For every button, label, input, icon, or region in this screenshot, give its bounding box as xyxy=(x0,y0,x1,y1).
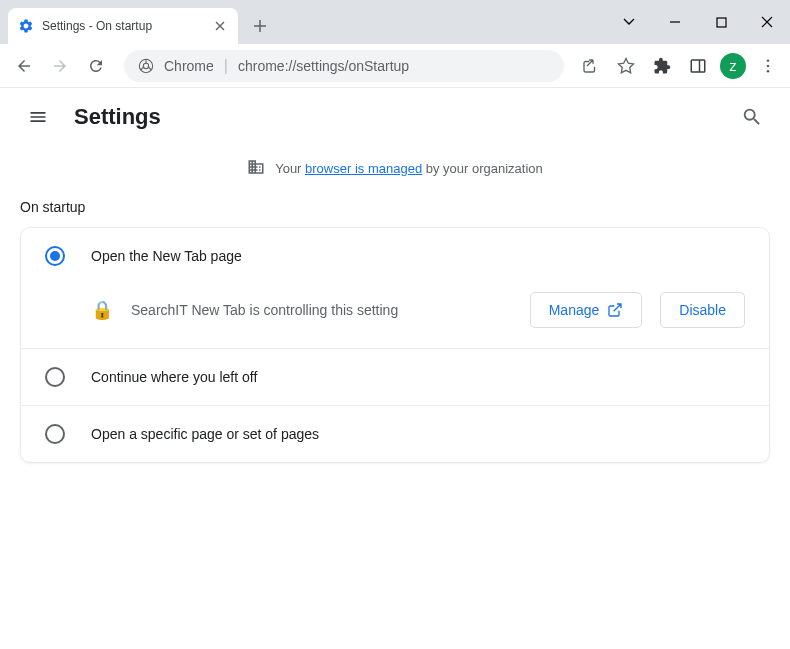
svg-point-4 xyxy=(767,59,770,62)
svg-point-6 xyxy=(767,69,770,72)
titlebar: Settings - On startup xyxy=(0,0,790,44)
omnibox-url-path: settings/onStartup xyxy=(296,58,409,74)
option-label: Open the New Tab page xyxy=(91,248,242,264)
omnibox-prefix: Chrome xyxy=(164,58,214,74)
back-button[interactable] xyxy=(8,50,40,82)
managed-banner: Your browser is managed by your organiza… xyxy=(20,146,770,197)
kebab-menu-icon[interactable] xyxy=(754,52,782,80)
reload-button[interactable] xyxy=(80,50,112,82)
page-title: Settings xyxy=(74,104,161,130)
extensions-puzzle-icon[interactable] xyxy=(648,52,676,80)
radio-selected-icon[interactable] xyxy=(45,246,65,266)
omnibox-url-host: chrome:// xyxy=(238,58,296,74)
radio-unselected-icon[interactable] xyxy=(45,367,65,387)
disable-button[interactable]: Disable xyxy=(660,292,745,328)
bookmark-star-icon[interactable] xyxy=(612,52,640,80)
window-maximize-icon[interactable] xyxy=(698,0,744,44)
option-specific-pages[interactable]: Open a specific page or set of pages xyxy=(21,406,769,462)
option-label: Open a specific page or set of pages xyxy=(91,426,319,442)
omnibox-separator: | xyxy=(224,57,228,75)
building-icon xyxy=(247,158,265,179)
svg-rect-3 xyxy=(691,60,705,72)
svg-point-5 xyxy=(767,64,770,67)
lock-icon: 🔒 xyxy=(91,299,113,321)
window-close-icon[interactable] xyxy=(744,0,790,44)
controlled-text: SearchIT New Tab is controlling this set… xyxy=(131,302,512,318)
controlled-by-extension-row: 🔒 SearchIT New Tab is controlling this s… xyxy=(21,284,769,348)
window-dropdown-icon[interactable] xyxy=(606,0,652,44)
startup-options-card: Open the New Tab page 🔒 SearchIT New Tab… xyxy=(20,227,770,463)
browser-tab[interactable]: Settings - On startup xyxy=(8,8,238,44)
managed-pre: Your xyxy=(275,161,305,176)
sidepanel-icon[interactable] xyxy=(684,52,712,80)
window-controls xyxy=(606,0,790,44)
tab-close-icon[interactable] xyxy=(212,18,228,34)
managed-link[interactable]: browser is managed xyxy=(305,161,422,176)
search-icon[interactable] xyxy=(734,99,770,135)
option-continue[interactable]: Continue where you left off xyxy=(21,349,769,405)
open-external-icon xyxy=(607,302,623,318)
svg-rect-0 xyxy=(717,18,726,27)
settings-header: Settings xyxy=(0,88,790,146)
section-title: On startup xyxy=(20,199,770,215)
managed-post: by your organization xyxy=(422,161,543,176)
browser-toolbar: Chrome | chrome://settings/onStartup z xyxy=(0,44,790,88)
profile-avatar[interactable]: z xyxy=(720,53,746,79)
option-label: Continue where you left off xyxy=(91,369,257,385)
window-minimize-icon[interactable] xyxy=(652,0,698,44)
manage-button[interactable]: Manage xyxy=(530,292,643,328)
new-tab-button[interactable] xyxy=(246,12,274,40)
forward-button[interactable] xyxy=(44,50,76,82)
chrome-logo-icon xyxy=(138,58,154,74)
svg-point-2 xyxy=(143,63,148,68)
tab-title: Settings - On startup xyxy=(42,19,212,33)
settings-gear-icon xyxy=(18,18,34,34)
share-icon[interactable] xyxy=(576,52,604,80)
hamburger-menu-icon[interactable] xyxy=(20,99,56,135)
radio-unselected-icon[interactable] xyxy=(45,424,65,444)
address-bar[interactable]: Chrome | chrome://settings/onStartup xyxy=(124,50,564,82)
option-new-tab[interactable]: Open the New Tab page xyxy=(21,228,769,284)
